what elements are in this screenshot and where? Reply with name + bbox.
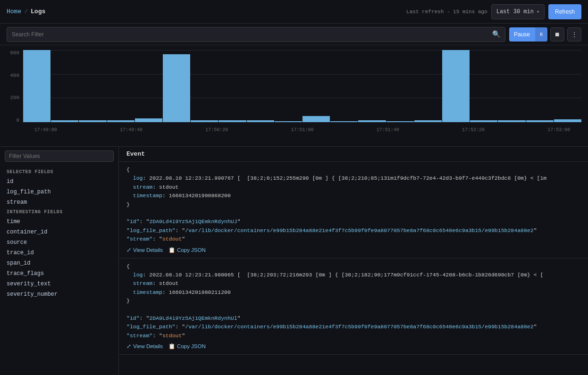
bar-11 xyxy=(330,121,358,122)
sidebar-field-source[interactable]: source xyxy=(0,237,118,248)
refresh-button[interactable]: Refresh xyxy=(548,4,581,19)
copy-icon: 📋 xyxy=(168,247,175,253)
log-actions-1: ⤢ View Details 📋 Copy JSON xyxy=(126,247,580,253)
log-actions-2: ⤢ View Details 📋 Copy JSON xyxy=(126,343,580,350)
more-options-button[interactable]: ⋮ xyxy=(567,27,581,42)
pause-button[interactable]: Pause xyxy=(509,27,535,42)
copy-json-label-1: Copy JSON xyxy=(177,247,206,253)
time-range-label: Last 30 min xyxy=(496,8,534,15)
time-range-select[interactable]: Last 30 min ▾ xyxy=(491,4,545,19)
selected-fields-title: SELECTED FIELDS xyxy=(0,167,118,176)
x-label-0: 17:49:00 xyxy=(34,127,57,133)
breadcrumb-home[interactable]: Home xyxy=(7,8,21,15)
copy-json-label-2: Copy JSON xyxy=(177,343,206,349)
sidebar-field-trace-flags[interactable]: trace_flags xyxy=(0,268,118,279)
search-icon[interactable]: 🔍 xyxy=(492,30,500,38)
sidebar-field-id[interactable]: id xyxy=(0,176,118,187)
view-details-button-1[interactable]: ⤢ View Details xyxy=(126,247,163,253)
filter-values-input[interactable] xyxy=(9,153,109,159)
ellipsis-icon: ⋮ xyxy=(571,31,577,38)
bar-7 xyxy=(218,120,246,122)
bar-14 xyxy=(414,120,442,122)
chart-plot: 17:49:00 17:49:40 17:50:20 17:51:00 17:5… xyxy=(23,50,581,133)
pause-label: Pause xyxy=(514,31,530,38)
main-content: SELECTED FIELDS id log_file_path stream … xyxy=(0,147,588,375)
y-label-600: 600 xyxy=(10,50,19,56)
toolbar-right: Pause ⏸ ⏹ ⋮ xyxy=(509,27,581,42)
x-label-6: 17:53:00 xyxy=(547,127,570,133)
bars-container xyxy=(23,50,581,122)
breadcrumb-current: Logs xyxy=(31,8,45,15)
log-structured-2: "id": "2DA9Ld4i9Yz5Aj1QEmknRdynhUl" "log… xyxy=(126,305,580,340)
bar-13 xyxy=(386,121,414,122)
search-input[interactable] xyxy=(12,31,489,38)
view-details-label-2: View Details xyxy=(133,343,163,349)
search-bar: 🔍 Pause ⏸ ⏹ ⋮ xyxy=(0,24,588,45)
sidebar-field-trace-id[interactable]: trace_id xyxy=(0,248,118,258)
y-label-0: 0 xyxy=(16,117,19,123)
sidebar-field-log-file-path[interactable]: log_file_path xyxy=(0,187,118,197)
sidebar-field-stream[interactable]: stream xyxy=(0,197,118,208)
y-axis: 600 400 200 0 xyxy=(7,50,23,133)
breadcrumb-separator: / xyxy=(24,8,28,15)
header: Home / Logs Last refresh - 15 mins ago L… xyxy=(0,0,588,24)
view-details-button-2[interactable]: ⤢ View Details xyxy=(126,343,163,350)
sidebar-field-container-id[interactable]: container_id xyxy=(0,227,118,237)
stop-icon: ⏹ xyxy=(554,31,560,38)
stop-button[interactable]: ⏹ xyxy=(550,27,564,42)
log-structured-1: "id": "2DA9Ld4i9Yz5Aj1QEmknRdynhUJ" "log… xyxy=(126,209,580,244)
copy-json-button-1[interactable]: 📋 Copy JSON xyxy=(168,247,206,253)
sidebar-field-time[interactable]: time xyxy=(0,217,118,227)
breadcrumb: Home / Logs xyxy=(7,8,45,15)
bar-3 xyxy=(107,120,134,122)
bar-12 xyxy=(358,120,386,122)
view-details-label-1: View Details xyxy=(133,247,163,253)
bar-4 xyxy=(135,118,162,122)
bar-0 xyxy=(23,50,50,122)
event-panel: Event { log: 2022.08.10 12:23:21.990767 … xyxy=(119,147,588,375)
bar-19 xyxy=(554,119,581,122)
copy-icon-2: 📋 xyxy=(168,343,175,350)
bar-17 xyxy=(498,120,525,122)
y-label-400: 400 xyxy=(10,73,19,78)
y-label-200: 200 xyxy=(10,95,19,100)
x-label-5: 17:52:20 xyxy=(462,127,485,133)
expand-icon: ⤢ xyxy=(126,247,131,253)
log-entry-1: { log: 2022.08.10 12:23:21.990767 [ [38;… xyxy=(119,162,588,258)
log-entry-2: { log: 2022.08.10 12:23:21.980065 [ [38;… xyxy=(119,258,588,355)
x-label-1: 17:49:40 xyxy=(120,127,143,133)
sidebar-field-severity-number[interactable]: severity_number xyxy=(0,289,118,300)
search-input-wrap: 🔍 xyxy=(7,27,505,42)
x-label-3: 17:51:00 xyxy=(291,127,313,133)
filter-input-wrap xyxy=(5,150,114,162)
sidebar-field-span-id[interactable]: span_id xyxy=(0,258,118,268)
pause-btn-group: Pause ⏸ xyxy=(509,27,547,42)
x-label-2: 17:50:20 xyxy=(205,127,228,133)
log-raw-1: { log: 2022.08.10 12:23:21.990767 [ [38;… xyxy=(126,166,580,209)
x-label-4: 17:51:40 xyxy=(377,127,399,133)
sidebar: SELECTED FIELDS id log_file_path stream … xyxy=(0,147,119,375)
interesting-fields-title: INTERESTING FIELDS xyxy=(0,208,118,217)
bar-15 xyxy=(442,50,470,122)
last-refresh-text: Last refresh - 15 mins ago xyxy=(406,9,487,15)
bar-18 xyxy=(526,120,554,122)
event-panel-header: Event xyxy=(119,147,588,162)
chart-area: 600 400 200 0 17:49:00 17:49:40 17:50:20… xyxy=(0,45,588,147)
pause-symbol-icon: ⏸ xyxy=(539,32,544,37)
bar-8 xyxy=(247,120,274,122)
bar-6 xyxy=(191,120,218,122)
pause-icon-button[interactable]: ⏸ xyxy=(535,27,547,42)
bar-10 xyxy=(302,116,330,122)
bar-2 xyxy=(79,120,106,122)
bar-5 xyxy=(163,54,190,123)
expand-icon-2: ⤢ xyxy=(126,343,131,350)
bar-1 xyxy=(51,120,78,122)
header-right: Last refresh - 15 mins ago Last 30 min ▾… xyxy=(406,4,581,19)
chart-inner: 600 400 200 0 17:49:00 17:49:40 17:50:20… xyxy=(7,50,581,133)
sidebar-field-severity-text[interactable]: severity_text xyxy=(0,279,118,289)
bar-16 xyxy=(470,120,497,122)
chevron-down-icon: ▾ xyxy=(537,9,539,15)
x-labels: 17:49:00 17:49:40 17:50:20 17:51:00 17:5… xyxy=(23,127,581,133)
copy-json-button-2[interactable]: 📋 Copy JSON xyxy=(168,343,206,350)
log-raw-2: { log: 2022.08.10 12:23:21.980065 [ [38;… xyxy=(126,262,580,306)
